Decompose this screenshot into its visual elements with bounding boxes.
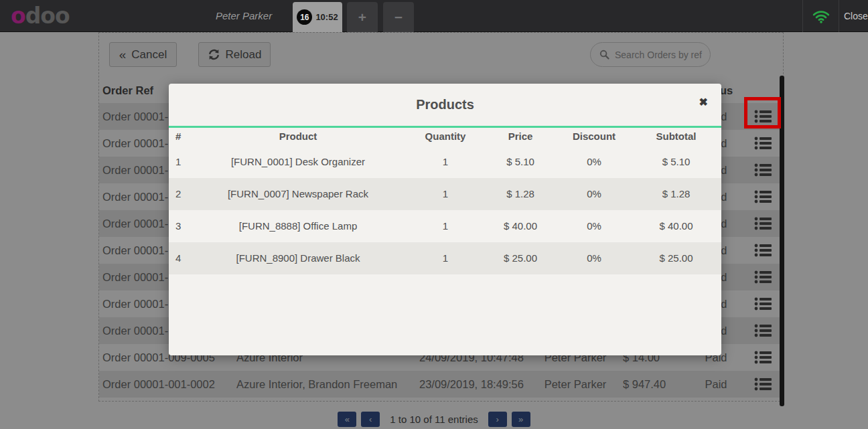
subtotal-cell: $ 5.10 — [631, 146, 721, 178]
discount-cell: 0% — [557, 146, 631, 178]
order-tab[interactable]: 16 10:52 — [293, 2, 342, 32]
header-index: # — [175, 128, 196, 146]
product-row: 2 [FURN_0007] Newspaper Rack 1 $ 1.28 0%… — [169, 178, 721, 210]
close-button[interactable]: Close — [839, 0, 868, 32]
product-row: 4 [FURN_8900] Drawer Black 1 $ 25.00 0% … — [169, 242, 721, 274]
products-modal: Products ✖ # Product Quantity Price Disc… — [169, 84, 721, 355]
discount-cell: 0% — [557, 242, 631, 274]
price-cell: $ 40.00 — [484, 210, 557, 242]
subtotal-cell: $ 25.00 — [631, 242, 721, 274]
discount-cell: 0% — [557, 178, 631, 210]
remove-order-button[interactable]: − — [383, 2, 414, 32]
header-discount: Discount — [557, 128, 631, 146]
products-table-body: 1 [FURN_0001] Desk Organizer 1 $ 5.10 0%… — [169, 146, 721, 274]
topbar-right: Close — [802, 0, 868, 32]
product-cell: [FURN_0007] Newspaper Rack — [201, 178, 395, 210]
topbar: odoo Peter Parker 16 10:52 + − Close — [0, 0, 868, 32]
product-row: 1 [FURN_0001] Desk Organizer 1 $ 5.10 0%… — [169, 146, 721, 178]
products-table-header: # Product Quantity Price Discount Subtot… — [169, 128, 721, 146]
order-count-badge: 16 — [297, 9, 312, 25]
index-cell: 2 — [175, 178, 196, 210]
product-cell: [FURN_8888] Office Lamp — [201, 210, 395, 242]
modal-header: Products ✖ — [169, 84, 721, 126]
subtotal-cell: $ 1.28 — [631, 178, 721, 210]
modal-title: Products — [169, 84, 721, 126]
index-cell: 3 — [175, 210, 196, 242]
header-product: Product — [201, 128, 395, 146]
subtotal-cell: $ 40.00 — [631, 210, 721, 242]
quantity-cell: 1 — [395, 210, 496, 242]
wifi-section — [802, 0, 839, 32]
quantity-cell: 1 — [395, 242, 496, 274]
price-cell: $ 1.28 — [484, 178, 557, 210]
product-cell: [FURN_8900] Drawer Black — [201, 242, 395, 274]
header-subtotal: Subtotal — [631, 128, 721, 146]
odoo-logo: odoo — [11, 3, 70, 29]
modal-close-icon[interactable]: ✖ — [699, 97, 708, 108]
product-cell: [FURN_0001] Desk Organizer — [201, 146, 395, 178]
product-row: 3 [FURN_8888] Office Lamp 1 $ 40.00 0% $… — [169, 210, 721, 242]
price-cell: $ 5.10 — [484, 146, 557, 178]
add-order-button[interactable]: + — [347, 2, 378, 32]
index-cell: 1 — [175, 146, 196, 178]
quantity-cell: 1 — [395, 146, 496, 178]
wifi-status-icon — [812, 9, 830, 23]
quantity-cell: 1 — [395, 178, 496, 210]
cashier-name: Peter Parker — [216, 0, 272, 32]
index-cell: 4 — [175, 242, 196, 274]
order-time-label: 10:52 — [315, 12, 338, 22]
discount-cell: 0% — [557, 210, 631, 242]
header-price: Price — [484, 128, 557, 146]
header-quantity: Quantity — [395, 128, 496, 146]
price-cell: $ 25.00 — [484, 242, 557, 274]
